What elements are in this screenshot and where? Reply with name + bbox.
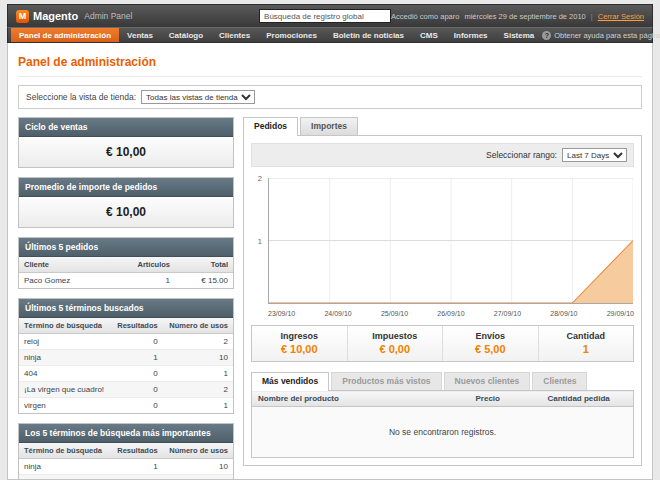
column-header-termino-de-busqueda: Término de búsqueda	[19, 318, 111, 334]
card-title-last-search-terms: Últimos 5 términos buscados	[19, 299, 233, 318]
grid-tab-nuevos-clientes: Nuevos clientes	[444, 372, 531, 390]
x-tick-29-09-10: 29/09/10	[607, 310, 634, 317]
cell-termino-de-busqueda: reloj	[19, 334, 111, 350]
store-view-select[interactable]: Todas las vistas de tienda	[141, 90, 255, 104]
header-row: Nombre del productoPrecioCantidad pedida	[252, 391, 634, 407]
y-tick-1: 1	[258, 237, 262, 246]
magento-admin-app: M Magento Admin Panel Accedió como aparo…	[0, 0, 660, 480]
cell-resultados: 0	[111, 398, 163, 414]
card-title-top-search-terms: Los 5 términos de búsqueda más important…	[19, 424, 233, 443]
last-orders-card: Últimos 5 pedidos ClienteArtículosTotalP…	[18, 237, 234, 289]
cell-total: € 15.00	[175, 273, 233, 289]
column-header-resultados: Resultados	[111, 443, 163, 459]
card-title-average-orders: Promedio de importe de pedidos	[19, 178, 233, 197]
total-ingresos: Ingresos€ 10,00	[252, 326, 347, 361]
magento-logo[interactable]: M Magento Admin Panel	[16, 10, 259, 23]
separator: |	[591, 12, 593, 21]
totals-row: Ingresos€ 10,00Impuestos€ 0,00Envíos€ 5,…	[251, 325, 634, 362]
column-header-nombre-del-producto[interactable]: Nombre del producto	[252, 391, 470, 407]
total-label-cantidad: Cantidad	[543, 331, 630, 341]
table-row[interactable]: Paco Gomez1€ 15.00	[19, 273, 233, 289]
cell-numero-de-usos: 2	[163, 334, 233, 350]
cell-cliente: Paco Gomez	[19, 273, 108, 289]
cell-resultados: 0	[111, 475, 163, 480]
table-body: Paco Gomez1€ 15.00	[19, 273, 233, 289]
cell-termino-de-busqueda: ninja	[19, 459, 111, 475]
total-value-ingresos: € 10,00	[256, 343, 343, 355]
products-grid-head: Nombre del productoPrecioCantidad pedida	[252, 391, 634, 407]
nav-item-panel-de-administracion[interactable]: Panel de administración	[11, 28, 119, 42]
page-help-link[interactable]: ? Obtener ayuda para esta página	[542, 28, 660, 42]
dashboard-columns: Ciclo de ventas € 10,00 Promedio de impo…	[18, 117, 642, 480]
cell-termino-de-busqueda: virgen	[19, 398, 111, 414]
table-body: reloj02ninja11040401¡La virgen que cuadr…	[19, 334, 233, 414]
cell-numero-de-usos: 2	[163, 475, 233, 480]
nav-item-clientes[interactable]: Clientes	[211, 28, 258, 42]
range-select[interactable]: Last 7 Days	[562, 148, 627, 162]
table-row[interactable]: reloj02	[19, 475, 233, 480]
card-title-lifetime-sales: Ciclo de ventas	[19, 118, 233, 137]
help-label: Obtener ayuda para esta página	[554, 31, 660, 40]
grid-tab-clientes: Clientes	[532, 372, 587, 390]
grid-tab-mas-vendidos[interactable]: Más vendidos	[251, 372, 329, 391]
top-search-terms-table: Término de búsquedaResultadosNúmero de u…	[19, 443, 233, 480]
diagram-tabs: PedidosImportes	[243, 117, 642, 135]
nav-item-informes[interactable]: Informes	[446, 28, 496, 42]
cell-numero-de-usos: 1	[163, 366, 233, 382]
range-label: Seleccionar rango:	[486, 150, 557, 160]
logged-in-as: Accedió como aparo	[391, 12, 459, 21]
column-header-precio[interactable]: Precio	[470, 391, 542, 407]
table-head: ClienteArtículosTotal	[19, 257, 233, 273]
page-title: Panel de administración	[18, 49, 642, 77]
cell-termino-de-busqueda: ¡La virgen que cuadro!	[19, 382, 111, 398]
nav-item-boletin-de-noticias[interactable]: Boletín de noticias	[325, 28, 412, 42]
last-orders-table: ClienteArtículosTotalPaco Gomez1€ 15.00	[19, 257, 233, 288]
chart-plot-area	[268, 178, 633, 304]
nav-item-catalogo[interactable]: Catálogo	[161, 28, 211, 42]
diagram-panel: Seleccionar rango: Last 7 Days 12 23/09/…	[243, 135, 642, 466]
column-header-total: Total	[175, 257, 233, 273]
lifetime-sales-value: € 10,00	[19, 137, 233, 167]
tab-importes[interactable]: Importes	[300, 117, 358, 135]
cell-numero-de-usos: 1	[163, 398, 233, 414]
x-tick-26-09-10: 26/09/10	[437, 310, 464, 317]
column-header-cantidad-pedida[interactable]: Cantidad pedida	[542, 391, 634, 407]
lifetime-sales-card: Ciclo de ventas € 10,00	[18, 117, 234, 168]
grid-tabs: Más vendidosProductos más vistosNuevos c…	[251, 372, 634, 390]
last-search-terms-card: Últimos 5 términos buscados Término de b…	[18, 298, 234, 414]
table-row[interactable]: ninja110	[19, 350, 233, 366]
column-header-resultados: Resultados	[111, 318, 163, 334]
table-row[interactable]: virgen01	[19, 398, 233, 414]
top-search-terms-card: Los 5 términos de búsqueda más important…	[18, 423, 234, 480]
table-row[interactable]: reloj02	[19, 334, 233, 350]
table-row[interactable]: 40401	[19, 366, 233, 382]
nav-item-ventas[interactable]: Ventas	[119, 28, 161, 42]
logout-link[interactable]: Cerrar Sesión	[598, 12, 644, 21]
grid-tab-productos-mas-vistos: Productos más vistos	[331, 372, 441, 390]
last-search-terms-table: Término de búsquedaResultadosNúmero de u…	[19, 318, 233, 413]
total-impuestos: Impuestos€ 0,00	[347, 326, 443, 361]
column-header-numero-de-usos: Número de usos	[163, 318, 233, 334]
orders-area-chart	[269, 178, 633, 303]
table-body: ninja110reloj02¡La virgen que cuadro!024…	[19, 459, 233, 480]
magento-logo-icon: M	[16, 10, 29, 23]
table-row[interactable]: ¡La virgen que cuadro!02	[19, 382, 233, 398]
table-row[interactable]: ninja110	[19, 459, 233, 475]
total-label-envios: Envíos	[447, 331, 534, 341]
range-bar: Seleccionar rango: Last 7 Days	[251, 143, 634, 167]
nav-item-cms[interactable]: CMS	[412, 28, 446, 42]
main-nav: Panel de administraciónVentasCatálogoCli…	[7, 27, 653, 43]
total-value-cantidad: 1	[543, 343, 630, 355]
store-view-switcher: Seleccione la vista de tienda: Todas las…	[18, 85, 642, 109]
card-title-last-orders: Últimos 5 pedidos	[19, 238, 233, 257]
column-header-articulos: Artículos	[108, 257, 175, 273]
cell-termino-de-busqueda: ninja	[19, 350, 111, 366]
nav-item-promociones[interactable]: Promociones	[258, 28, 325, 42]
help-icon: ?	[542, 31, 551, 40]
nav-items: Panel de administraciónVentasCatálogoCli…	[11, 28, 542, 42]
tab-pedidos[interactable]: Pedidos	[243, 117, 298, 136]
empty-message: No se encontraron registros.	[252, 407, 634, 458]
nav-item-sistema[interactable]: Sistema	[496, 28, 543, 42]
global-search-input[interactable]	[259, 9, 391, 23]
logo-subtitle: Admin Panel	[84, 11, 132, 21]
